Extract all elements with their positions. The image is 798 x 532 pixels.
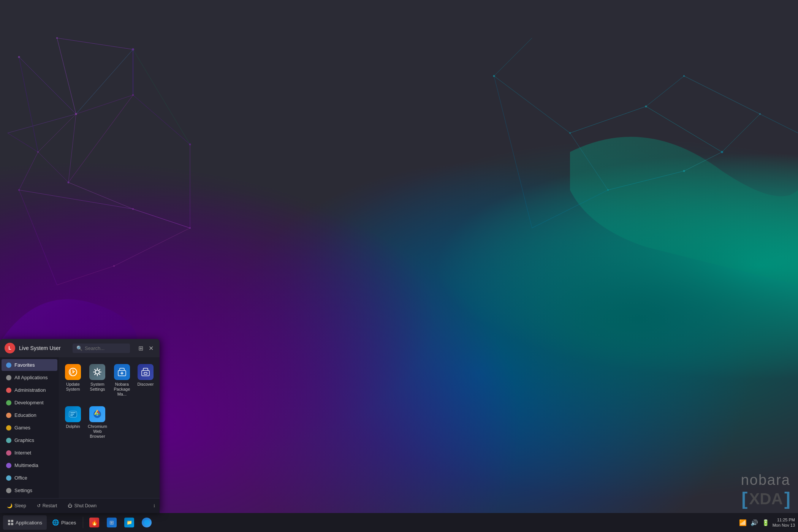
update-system-icon: [65, 364, 81, 380]
discover-icon: [138, 364, 154, 380]
menu-body: Favorites All Applications Administratio…: [0, 357, 160, 498]
sidebar-item-games[interactable]: Games: [2, 422, 57, 434]
search-icon: 🔍: [76, 345, 82, 351]
sidebar-item-all-applications[interactable]: All Applications: [2, 372, 57, 383]
shutdown-icon: ⏻: [68, 503, 72, 508]
taskbar-right: 📶 🔊 🔋 11:25 PM Mon Nov 13: [739, 517, 795, 528]
administration-label: Administration: [14, 387, 46, 393]
svg-rect-74: [8, 523, 10, 525]
dolphin-label: Dolphin: [66, 424, 80, 429]
sidebar-item-graphics[interactable]: Graphics: [2, 434, 57, 446]
xda-label: XDA: [749, 490, 783, 508]
menu-sidebar: Favorites All Applications Administratio…: [0, 357, 59, 498]
xda-bracket-close: ]: [784, 488, 790, 509]
places-label: Places: [61, 520, 76, 526]
app-discover[interactable]: Discover: [135, 361, 156, 400]
dolphin-icon: [65, 406, 81, 422]
app-chromium[interactable]: Chromium Web Browser: [86, 403, 109, 442]
taskbar-clock[interactable]: 11:25 PM Mon Nov 13: [773, 517, 795, 528]
user-name: Live System User: [19, 345, 69, 351]
taskbar-app-4[interactable]: 🌐: [139, 515, 155, 530]
app2-icon: ⊞: [107, 518, 117, 527]
sidebar-item-administration[interactable]: Administration: [2, 384, 57, 396]
sidebar-item-favorites[interactable]: Favorites: [2, 359, 57, 371]
taskbar-app-3[interactable]: 📁: [121, 515, 137, 530]
system-settings-icon: [89, 364, 105, 380]
development-dot: [6, 400, 11, 405]
search-bar[interactable]: 🔍: [73, 344, 130, 353]
taskbar-app-1[interactable]: 🔥: [86, 515, 102, 530]
chromium-icon: [89, 406, 105, 422]
all-applications-dot: [6, 375, 11, 380]
games-dot: [6, 425, 11, 431]
sidebar-item-office[interactable]: Office: [2, 472, 57, 484]
internet-dot: [6, 450, 11, 456]
svg-rect-64: [142, 370, 149, 376]
education-label: Education: [14, 412, 36, 418]
restart-button[interactable]: ↺ Restart: [35, 502, 60, 510]
battery-tray-icon[interactable]: 🔋: [762, 519, 770, 526]
search-input[interactable]: [85, 345, 126, 351]
settings-label: Settings: [14, 488, 32, 493]
app4-icon: 🌐: [142, 518, 152, 527]
places-icon: 🌐: [52, 519, 59, 526]
app-system-settings[interactable]: System Settings: [86, 361, 109, 400]
sidebar-item-education[interactable]: Education: [2, 409, 57, 421]
taskbar-left: Applications 🌐 Places 🔥 ⊞ 📁 🌐: [3, 515, 155, 530]
svg-rect-66: [70, 412, 76, 413]
system-settings-label: System Settings: [88, 382, 107, 392]
footer-info[interactable]: ℹ: [154, 504, 155, 508]
sidebar-item-internet[interactable]: Internet: [2, 447, 57, 459]
network-tray-icon[interactable]: 📶: [739, 519, 747, 526]
sidebar-item-multimedia[interactable]: Multimedia: [2, 459, 57, 471]
watermark: nobara [ XDA ]: [741, 472, 790, 509]
shutdown-label: Shut Down: [74, 503, 97, 508]
close-menu-button[interactable]: ✕: [147, 344, 155, 353]
apps-grid: Update System System Settings: [63, 361, 156, 442]
volume-tray-icon[interactable]: 🔊: [750, 519, 758, 526]
xda-bracket-open: [: [741, 488, 747, 509]
all-applications-label: All Applications: [14, 375, 48, 380]
menu-footer: 🌙 Sleep ↺ Restart ⏻ Shut Down ℹ: [0, 498, 160, 513]
discover-label: Discover: [138, 382, 154, 387]
menu-apps: Update System System Settings: [59, 357, 160, 498]
sidebar-item-development[interactable]: Development: [2, 397, 57, 408]
sleep-label: Sleep: [14, 503, 26, 508]
restart-icon: ↺: [37, 503, 41, 508]
nobara-package-manager-icon: [114, 364, 130, 380]
office-dot: [6, 475, 11, 481]
multimedia-label: Multimedia: [14, 462, 38, 468]
system-tray: 📶 🔊 🔋: [739, 519, 770, 526]
shutdown-button[interactable]: ⏻ Shut Down: [65, 502, 99, 510]
svg-rect-67: [70, 414, 74, 415]
svg-rect-65: [144, 372, 147, 374]
apps-grid-icon: [8, 519, 14, 526]
sleep-button[interactable]: 🌙 Sleep: [5, 502, 28, 510]
applications-label: Applications: [16, 520, 42, 526]
start-menu: L Live System User 🔍 ⊞ ✕ Favorites All A…: [0, 339, 160, 513]
sidebar-item-settings[interactable]: Settings: [2, 484, 57, 496]
internet-label: Internet: [14, 450, 31, 456]
app-dolphin[interactable]: Dolphin: [63, 403, 83, 442]
favorites-label: Favorites: [14, 362, 35, 368]
places-button[interactable]: 🌐 Places: [48, 515, 80, 530]
settings-dot: [6, 488, 11, 493]
multimedia-dot: [6, 463, 11, 468]
favorites-dot: [6, 363, 11, 368]
app1-icon: 🔥: [89, 518, 99, 527]
update-system-label: Update System: [64, 382, 82, 392]
chromium-label: Chromium Web Browser: [88, 424, 107, 439]
nobara-package-manager-label: Nobara Package Ma...: [113, 382, 131, 397]
svg-rect-75: [11, 523, 13, 525]
applications-button[interactable]: Applications: [3, 515, 47, 530]
games-label: Games: [14, 425, 30, 431]
graphics-label: Graphics: [14, 437, 34, 443]
grid-view-button[interactable]: ⊞: [137, 344, 145, 353]
app3-icon: 📁: [124, 518, 134, 527]
taskbar-app-2[interactable]: ⊞: [104, 515, 120, 530]
app-update-system[interactable]: Update System: [63, 361, 83, 400]
clock-date: Mon Nov 13: [773, 522, 795, 528]
app-nobara-package-manager[interactable]: Nobara Package Ma...: [112, 361, 132, 400]
xda-text: [ XDA ]: [741, 488, 790, 509]
clock-time: 11:25 PM: [777, 517, 795, 522]
